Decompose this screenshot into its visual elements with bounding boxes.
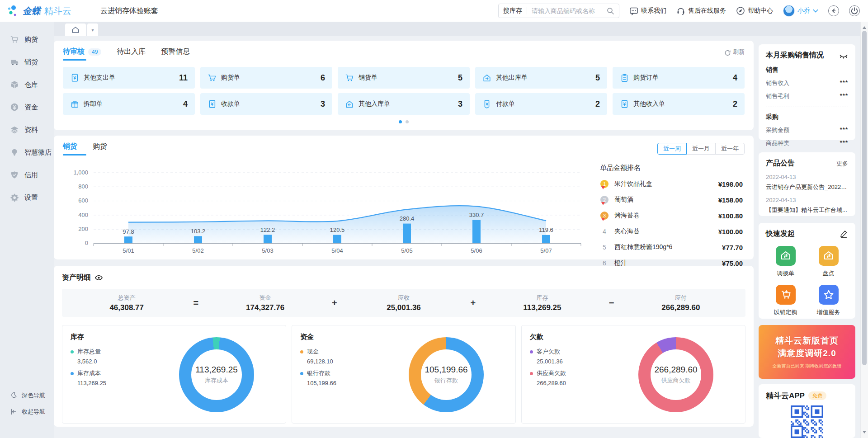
collapse-nav-toggle[interactable]: 收起导航 [0,404,54,420]
card-purchase-order[interactable]: 购货单6 [200,67,332,89]
sidebar-item-sales[interactable]: 销货 [0,51,54,73]
scroll-up-arrow[interactable] [863,24,866,29]
search-input[interactable] [532,7,607,14]
operator-plus: + [468,298,477,308]
cube-icon [10,80,19,89]
card-label: 其他支出单 [84,74,115,82]
card-receipt[interactable]: 收款单3 [200,93,332,115]
rank-row-3[interactable]: 3烤海苔卷¥100.80 [600,212,743,220]
sidebar-item-warehouse[interactable]: 仓库 [0,73,54,96]
contact-us-label: 联系我们 [641,7,666,15]
inventory-search[interactable]: 搜库存 [498,4,619,18]
dot-page-2[interactable] [406,120,409,123]
after-sales-service-link[interactable]: 售后在线服务 [676,6,726,15]
dot-page-1[interactable] [399,120,402,123]
contact-us-link[interactable]: 联系我们 [629,6,666,15]
card-label: 付款单 [496,100,515,108]
card-title: 欠款 [530,333,737,341]
tab-purchase[interactable]: 购货 [93,142,107,155]
card-other-expense[interactable]: 其他支出单11 [63,67,195,89]
tab-pending-in-out[interactable]: 待出入库 [117,47,146,61]
eye-icon[interactable] [94,273,103,282]
ranking-title: 单品金额排名 [600,164,743,172]
range-week-button[interactable]: 近一周 [657,143,687,155]
tab-dropdown[interactable]: ▾ [87,24,98,36]
card-purchase-request[interactable]: 购货订单4 [613,67,745,89]
divider [766,107,848,107]
page-scrollbar[interactable] [860,22,868,438]
chevron-down-icon [813,9,818,13]
sidebar-item-smart-store[interactable]: 智慧微店 [0,141,54,164]
funds-donut-chart: 105,199.66银行存款 [409,337,484,412]
app-download-panel: 精斗云APP 免费 [759,384,855,438]
svg-text:119.6: 119.6 [539,227,553,233]
card-other-income[interactable]: 其他收入单2 [613,93,745,115]
eye-closed-icon[interactable] [839,51,848,60]
logout-button[interactable] [849,5,860,16]
transfer-order-icon [776,246,796,266]
rank-row-5[interactable]: 5西红柿意粉酱190g*6¥77.70 [600,243,743,251]
silver-medal-icon: 2 [600,196,609,204]
search-icon[interactable] [607,7,614,15]
avatar [783,5,795,17]
back-button[interactable] [828,5,839,16]
svg-text:400: 400 [78,212,88,218]
header-actions: 搜库存 联系我们 售后在线服务 帮助中心 小乔 [498,4,868,18]
section-purchase: 采购 [766,113,848,121]
workspace-tabbar: ▾ [54,22,868,36]
sidebar-item-credit[interactable]: 信用 [0,164,54,186]
sidebar-item-purchase[interactable]: 购货 [0,28,54,51]
quick-purchase-by-sales[interactable]: 以销定购 [774,285,797,316]
card-sales-order[interactable]: 销货单5 [338,67,470,89]
brand-logo[interactable]: 金蝶 精斗云 [0,5,90,17]
tab-warning-info[interactable]: 预警信息 [161,47,190,61]
quick-value-added-service[interactable]: 增值服务 [817,285,840,316]
card-label: 收款单 [221,100,240,108]
sidebar-item-data[interactable]: 资料 [0,118,54,141]
tab-sales[interactable]: 销货 [63,142,77,155]
pencil-icon[interactable] [840,230,848,238]
banner-line2: 满意度调研2.0 [778,348,836,359]
range-year-button[interactable]: 近一年 [715,143,745,155]
scroll-down-arrow[interactable] [863,431,866,435]
card-other-outbound[interactable]: 其他出库单5 [475,67,607,89]
tab-label: 待审核 [63,47,85,57]
sidebar-item-funds[interactable]: 资金 [0,96,54,118]
warehouse-out-icon [482,73,491,82]
card-title: 库存 [71,333,278,341]
search-scope-label[interactable]: 搜库存 [503,7,522,15]
sidebar-item-settings[interactable]: 设置 [0,186,54,209]
scrollbar-thumb[interactable] [862,31,867,365]
help-center-link[interactable]: 帮助中心 [736,6,773,15]
legend-dot [71,372,74,375]
user-menu[interactable]: 小乔 [783,5,818,17]
warehouse-in-icon [345,99,354,108]
more-link[interactable]: 更多 [836,160,848,168]
announcement-link[interactable]: 云进销存产品更新公告_20220... [766,183,848,191]
home-tab[interactable] [65,24,86,36]
assets-title-row: 资产明细 [62,273,745,283]
rank-row-4[interactable]: 4夹心海苔¥100.00 [600,227,743,235]
rank-row-1[interactable]: 1果汁饮品礼盒¥198.00 [600,180,743,188]
dark-nav-toggle[interactable]: 深色导航 [0,387,54,404]
expense-doc-icon [70,73,79,82]
bronze-medal-icon: 3 [600,212,609,220]
refresh-button[interactable]: 刷新 [723,48,745,60]
card-count: 5 [595,73,600,83]
rank-row-2[interactable]: 2葡萄酒¥158.00 [600,196,743,204]
shield-check-icon [10,170,19,179]
quick-stocktake[interactable]: 盘点 [819,246,839,278]
help-center-label: 帮助中心 [748,7,773,15]
range-month-button[interactable]: 近一月 [686,143,716,155]
tab-pending-review[interactable]: 待审核 49 [63,47,101,61]
card-disassembly[interactable]: 拆卸单4 [63,93,195,115]
left-sidebar: 购货 销货 仓库 资金 资料 智慧微店 信用 设置 [0,22,54,438]
announcement-link[interactable]: 【重要通知】精斗云工作台域... [766,206,848,214]
card-other-inbound[interactable]: 其他入库单3 [338,93,470,115]
sidebar-label: 销货 [24,58,38,66]
survey-banner[interactable]: 精斗云新版首页 满意度调研2.0 全新首页已到来 期待收到您的反馈 [759,325,855,379]
card-payment[interactable]: 付款单2 [475,93,607,115]
quick-transfer-order[interactable]: 调拨单 [776,246,796,278]
announcements-panel: 产品公告 更多 2022-04-13 云进销存产品更新公告_20220... 2… [759,152,855,216]
tab-label: 购货 [93,142,107,151]
